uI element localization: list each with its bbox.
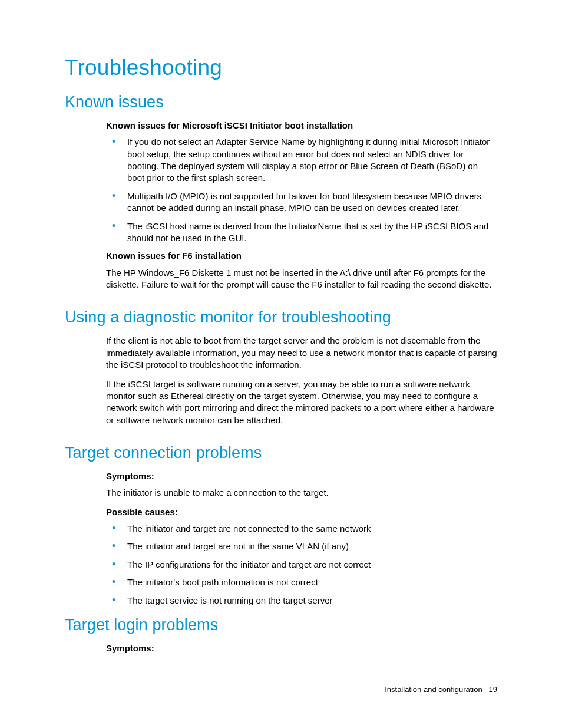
list-item: The initiator and target are not connect…: [106, 523, 497, 535]
diagnostic-body: If the client is not able to boot from t…: [106, 335, 497, 426]
footer-page-number: 19: [489, 685, 497, 694]
list-item: Multipath I/O (MPIO) is not supported fo…: [106, 190, 497, 215]
paragraph: The HP Windows_F6 Diskette 1 must not be…: [106, 267, 497, 291]
page-title: Troubleshooting: [65, 55, 497, 80]
section-heading-diagnostic: Using a diagnostic monitor for troublesh…: [65, 308, 497, 327]
known-issues-body: Known issues for Microsoft iSCSI Initiat…: [106, 120, 497, 291]
list-item: The IP configurations for the initiator …: [106, 559, 497, 571]
subheading-ms-iscsi: Known issues for Microsoft iSCSI Initiat…: [106, 120, 497, 131]
list-item: The iSCSI host name is derived from the …: [106, 220, 497, 245]
connection-body: Symptoms: The initiator is unable to mak…: [106, 470, 497, 607]
page-footer: Installation and configuration 19: [385, 685, 497, 694]
symptoms-label: Symptoms:: [106, 643, 497, 654]
known-issues-list-1: If you do not select an Adapter Service …: [106, 136, 497, 244]
section-heading-known-issues: Known issues: [65, 93, 497, 111]
list-item: The initiator's boot path information is…: [106, 577, 497, 588]
section-heading-connection: Target connection problems: [65, 444, 497, 462]
list-item: The target service is not running on the…: [106, 595, 497, 607]
causes-label: Possible causes:: [106, 506, 497, 518]
paragraph: If the client is not able to boot from t…: [106, 335, 497, 371]
list-item: The initiator and target are not in the …: [106, 541, 497, 552]
causes-list: The initiator and target are not connect…: [106, 523, 497, 607]
symptoms-text: The initiator is unable to make a connec…: [106, 487, 497, 499]
paragraph: If the iSCSI target is software running …: [106, 378, 497, 427]
list-item: If you do not select an Adapter Service …: [106, 136, 497, 185]
symptoms-label: Symptoms:: [106, 470, 497, 482]
login-body: Symptoms:: [106, 643, 497, 654]
document-page: Troubleshooting Known issues Known issue…: [0, 0, 562, 728]
subheading-f6: Known issues for F6 installation: [106, 250, 497, 262]
section-heading-login: Target login problems: [65, 616, 497, 634]
footer-text: Installation and configuration: [385, 685, 482, 694]
